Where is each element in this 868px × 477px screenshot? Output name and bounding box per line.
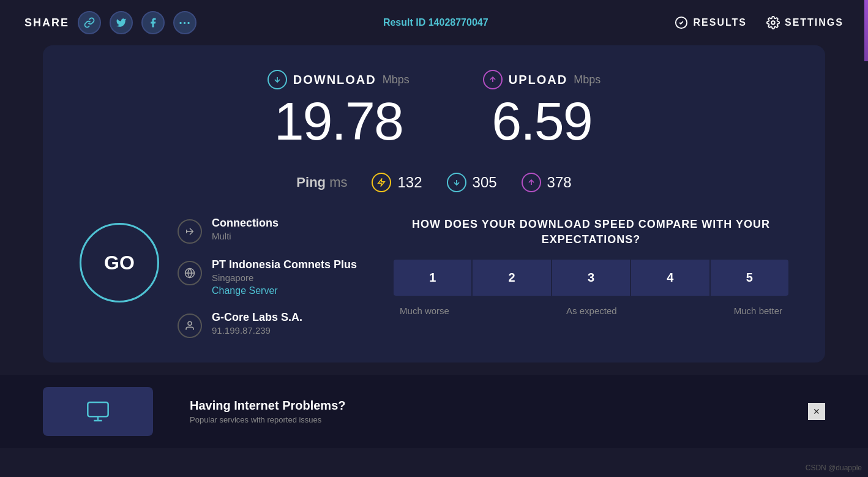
connections-title: Connections [212,217,279,230]
rating-2-button[interactable]: 2 [473,260,550,296]
download-unit: Mbps [383,73,410,86]
accent-bar [864,0,868,61]
connections-row: Connections Multi [178,217,357,244]
rating-4-button[interactable]: 4 [631,260,709,296]
rating-label-expected: As expected [566,306,617,316]
rating-1-button[interactable]: 1 [394,260,471,296]
download-latency-item: 305 [447,173,497,192]
connections-icon [178,219,202,244]
rating-label-worse: Much worse [400,306,449,316]
result-prefix: Result ID [383,17,425,28]
jitter-value: 132 [397,174,422,191]
download-arrow-icon [268,70,287,89]
rating-buttons: 1 2 3 4 5 [394,260,788,296]
download-title: DOWNLOAD [293,73,376,87]
svg-point-11 [188,321,192,325]
download-latency-value: 305 [473,174,497,191]
upload-title: UPLOAD [509,73,567,87]
ad-thumbnail-icon [86,399,110,424]
ping-section: Ping ms 132 305 [80,167,788,192]
ping-label: Ping ms [296,175,347,190]
share-section: SHARE ··· [24,11,196,34]
ad-thumbnail [43,387,153,436]
upload-latency-item: 378 [522,173,572,192]
upload-latency-value: 378 [547,174,572,191]
topbar: SHARE ··· Result ID 14028770047 [0,0,868,45]
svg-rect-12 [88,402,108,416]
results-check-icon [675,16,688,29]
connections-content: Connections Multi [212,217,279,241]
rating-5-button[interactable]: 5 [711,260,788,296]
host-row: G-Core Labs S.A. 91.199.87.239 [178,311,357,338]
server-location: Singapore [212,272,357,283]
comparison-section: HOW DOES YOUR DOWNLOAD SPEED COMPARE WIT… [394,217,788,338]
isp-row: PT Indonesia Comnets Plus Singapore Chan… [178,258,357,296]
upload-label: UPLOAD Mbps [483,70,600,89]
bottom-section: GO Connections Multi [80,217,788,338]
rating-label-better: Much better [734,306,782,316]
host-user-icon [178,314,202,338]
isp-name: PT Indonesia Comnets Plus [212,258,357,271]
host-name: G-Core Labs S.A. [212,311,302,324]
more-share-button[interactable]: ··· [173,11,196,34]
bottom-strip-text: Having Internet Problems? Popular servic… [190,399,346,424]
upload-value: 6.59 [483,94,600,148]
result-id-section: Result ID 14028770047 [383,17,488,28]
results-nav-label: RESULTS [693,17,746,28]
comparison-title: HOW DOES YOUR DOWNLOAD SPEED COMPARE WIT… [394,217,788,247]
jitter-icon [372,173,391,192]
connections-value: Multi [212,231,279,241]
isp-globe-icon [178,261,202,285]
left-section: GO Connections Multi [80,217,357,338]
jitter-item: 132 [372,173,422,192]
results-nav-button[interactable]: RESULTS [675,16,746,29]
main-card: DOWNLOAD Mbps 19.78 UPLOAD Mbps 6.59 Pin [43,45,825,362]
rating-labels: Much worse As expected Much better [394,306,788,316]
upload-arrow-icon [483,70,503,89]
upload-block: UPLOAD Mbps 6.59 [483,70,600,148]
bottom-strip-content: Having Internet Problems? Popular servic… [43,387,346,436]
settings-nav-button[interactable]: SETTINGS [766,16,844,29]
bottom-strip-title: Having Internet Problems? [190,399,346,413]
bottom-strip-subtitle: Popular services with reported issues [190,415,346,424]
speed-section: DOWNLOAD Mbps 19.78 UPLOAD Mbps 6.59 [80,70,788,148]
result-id-value: 14028770047 [428,17,488,28]
upload-unit: Mbps [574,73,600,86]
link-share-button[interactable] [78,11,101,34]
host-content: G-Core Labs S.A. 91.199.87.239 [212,311,302,336]
download-latency-icon [447,173,466,192]
share-label: SHARE [24,17,69,29]
facebook-share-button[interactable] [141,11,165,34]
svg-marker-4 [378,179,385,186]
nav-section: RESULTS SETTINGS [675,16,844,29]
download-label: DOWNLOAD Mbps [268,70,410,89]
go-button[interactable]: GO [80,223,159,302]
settings-gear-icon [766,16,780,29]
server-info: Connections Multi PT Indonesia Co [178,217,357,338]
download-block: DOWNLOAD Mbps 19.78 [268,70,410,148]
twitter-share-button[interactable] [110,11,133,34]
ad-close-button[interactable]: ✕ [808,403,825,420]
change-server-link[interactable]: Change Server [212,285,357,296]
settings-nav-label: SETTINGS [785,17,844,28]
svg-point-1 [771,21,775,24]
watermark: CSDN @duapple [806,464,862,472]
upload-latency-icon [522,173,541,192]
host-ip: 91.199.87.239 [212,325,302,336]
isp-content: PT Indonesia Comnets Plus Singapore Chan… [212,258,357,296]
rating-3-button[interactable]: 3 [552,260,630,296]
bottom-strip: Having Internet Problems? Popular servic… [0,375,868,448]
download-value: 19.78 [268,94,410,148]
